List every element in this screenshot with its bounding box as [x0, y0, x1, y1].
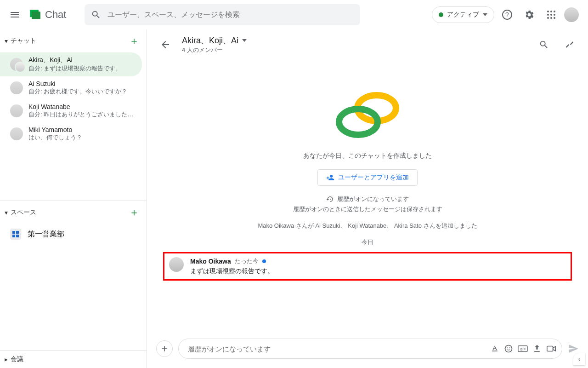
chat-section-label: チャット — [11, 37, 36, 45]
upload-button[interactable] — [532, 344, 542, 353]
created-text: あなたが今日、このチャットを作成しました — [303, 152, 432, 160]
svg-rect-16 — [16, 235, 19, 237]
message-body: まずは現場視察の報告です。 — [190, 267, 566, 276]
settings-button[interactable] — [520, 6, 538, 24]
space-section-label: スペース — [11, 208, 36, 217]
conversation-pane: Akira、Koji、Ai 4 人のメンバー あなたが今日、このチャットを作成し… — [147, 29, 588, 368]
chat-item[interactable]: Miki Yamamoto はい、何でしょう？ — [0, 122, 147, 145]
svg-point-7 — [547, 14, 549, 16]
apps-button[interactable] — [542, 6, 560, 24]
account-avatar[interactable] — [564, 7, 579, 22]
plus-icon — [160, 344, 169, 353]
svg-point-5 — [550, 11, 552, 12]
svg-rect-14 — [16, 231, 19, 234]
caret-down-icon: ▾ — [5, 37, 8, 45]
caret-down-icon: ▾ — [5, 209, 8, 216]
compose-add-button[interactable] — [156, 340, 173, 357]
apps-grid-icon — [547, 10, 556, 19]
chat-item[interactable]: Koji Watanabe 自分: 昨日はありがとうございました… — [0, 99, 147, 122]
add-users-button[interactable]: ユーザーとアプリを追加 — [317, 169, 418, 186]
back-button[interactable] — [156, 35, 175, 54]
search-icon — [539, 40, 549, 50]
search-input[interactable] — [107, 11, 354, 19]
sidebar: ▾ チャット ＋ Akira、Koji、Ai 自分: まずは現場視察の報告です。… — [0, 29, 147, 368]
svg-text:GIF: GIF — [520, 347, 526, 351]
space-item[interactable]: 第一営業部 — [0, 224, 147, 244]
send-button[interactable] — [568, 343, 579, 354]
format-button[interactable] — [490, 344, 499, 353]
svg-point-8 — [550, 14, 552, 16]
search-in-convo-button[interactable] — [535, 35, 553, 54]
text-format-icon — [490, 344, 499, 353]
chat-bubbles-illustration — [333, 87, 402, 143]
chat-preview: 自分: まずは現場視察の報告です。 — [28, 64, 121, 73]
compose-row: GIF — [147, 333, 588, 368]
conversation-title[interactable]: Akira、Koji、Ai — [182, 35, 527, 46]
logo-area[interactable]: Chat — [28, 7, 66, 22]
svg-point-10 — [547, 17, 549, 19]
status-selector[interactable]: アクティブ — [432, 6, 494, 23]
conversation-subtitle: 4 人のメンバー — [182, 46, 527, 54]
chat-preview: 自分: 昨日はありがとうございました… — [28, 110, 133, 119]
video-icon — [546, 344, 556, 353]
message-author: Mako Oikawa — [190, 258, 231, 265]
new-space-button[interactable]: ＋ — [129, 206, 139, 219]
app-name: Chat — [45, 9, 66, 21]
new-chat-button[interactable]: ＋ — [129, 34, 139, 48]
chat-name: Miki Yamamoto — [28, 126, 82, 133]
chat-logo-icon — [28, 7, 42, 22]
caret-right-icon: ▸ — [5, 356, 8, 363]
main-menu-button[interactable] — [4, 4, 26, 26]
history-icon — [326, 196, 334, 203]
meeting-section-header[interactable]: ▸ 会議 — [0, 350, 147, 368]
hamburger-icon — [9, 9, 20, 20]
meeting-section-label: 会議 — [11, 355, 23, 363]
svg-point-9 — [554, 14, 555, 16]
chat-avatar — [10, 127, 23, 140]
space-icon — [10, 229, 21, 240]
chat-section-header[interactable]: ▾ チャット ＋ — [0, 29, 147, 52]
search-icon — [91, 10, 101, 20]
svg-rect-13 — [12, 231, 15, 234]
video-button[interactable] — [546, 344, 556, 353]
upload-icon — [532, 344, 542, 353]
svg-rect-24 — [547, 346, 553, 351]
message-row: Mako Oikawa たった今 まずは現場視察の報告です。 — [163, 252, 572, 281]
chat-preview: 自分: お疲れ様です。今いいですか？ — [28, 87, 127, 96]
chat-name: Akira、Koji、Ai — [28, 56, 121, 64]
gear-icon — [524, 9, 535, 20]
svg-rect-1 — [32, 12, 40, 19]
side-panel-toggle[interactable]: ‹ — [573, 353, 585, 365]
chat-name: Ai Suzuki — [28, 80, 127, 87]
svg-point-6 — [554, 11, 555, 12]
space-section-header[interactable]: ▾ スペース ＋ — [0, 201, 147, 224]
help-button[interactable]: ? — [498, 6, 516, 24]
history-on-line: 履歴がオンになっています — [326, 195, 409, 203]
svg-point-21 — [509, 347, 510, 348]
message-time: たった今 — [235, 257, 259, 265]
chat-avatar — [10, 58, 23, 71]
history-sub-text: 履歴がオンのときに送信したメッセージは保存されます — [293, 205, 442, 213]
chat-avatar — [10, 104, 23, 117]
compose-box[interactable]: GIF — [178, 339, 562, 359]
app-header: Chat アクティブ ? — [0, 0, 588, 29]
chat-item[interactable]: Ai Suzuki 自分: お疲れ様です。今いいですか？ — [0, 76, 147, 99]
members-added-line: Mako Oikawa さんが Ai Suzuki、 Koji Watanabe… — [258, 222, 477, 230]
chat-item[interactable]: Akira、Koji、Ai 自分: まずは現場視察の報告です。 — [0, 52, 142, 76]
collapse-icon — [565, 40, 574, 49]
svg-text:?: ? — [505, 11, 509, 18]
chevron-down-icon — [242, 39, 247, 42]
svg-point-20 — [507, 347, 508, 348]
gif-button[interactable]: GIF — [518, 344, 528, 353]
emoji-button[interactable] — [504, 344, 513, 353]
chevron-down-icon — [483, 13, 487, 16]
gif-icon: GIF — [518, 344, 528, 353]
chat-avatar — [10, 81, 23, 94]
date-separator: 今日 — [362, 238, 373, 247]
person-add-icon — [326, 173, 334, 182]
status-label: アクティブ — [447, 11, 479, 19]
svg-point-4 — [547, 11, 549, 12]
collapse-button[interactable] — [560, 35, 579, 54]
search-bar[interactable] — [85, 4, 360, 25]
compose-input[interactable] — [188, 345, 490, 353]
